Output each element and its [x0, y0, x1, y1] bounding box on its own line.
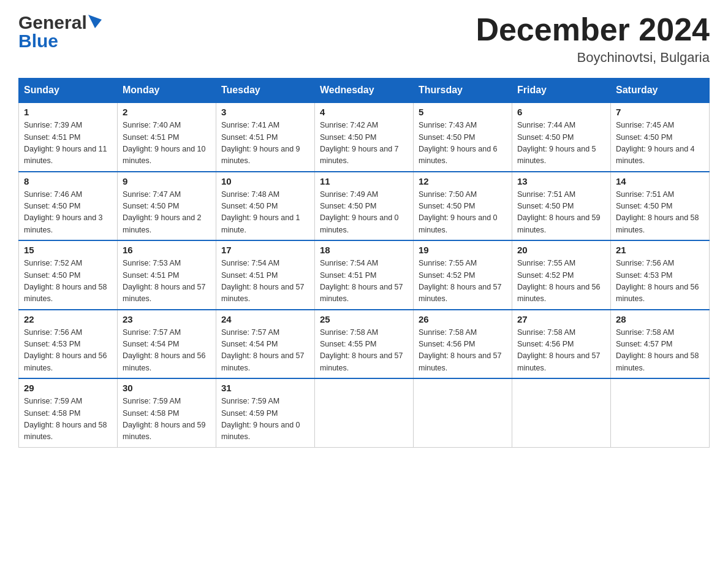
- day-cell-17: 17 Sunrise: 7:54 AM Sunset: 4:51 PM Dayl…: [216, 240, 315, 310]
- page-header: General Blue December 2024 Boychinovtsi,…: [18, 12, 710, 66]
- logo-triangle-icon: [88, 15, 102, 28]
- day-cell-21: 21 Sunrise: 7:56 AM Sunset: 4:53 PM Dayl…: [611, 240, 710, 310]
- day-cell-29: 29 Sunrise: 7:59 AM Sunset: 4:58 PM Dayl…: [19, 378, 118, 447]
- col-monday: Monday: [118, 79, 216, 103]
- day-info: Sunrise: 7:53 AM Sunset: 4:51 PM Dayligh…: [123, 258, 211, 305]
- day-info: Sunrise: 7:56 AM Sunset: 4:53 PM Dayligh…: [616, 258, 704, 305]
- day-cell-24: 24 Sunrise: 7:57 AM Sunset: 4:54 PM Dayl…: [216, 310, 315, 379]
- calendar-week-3: 15 Sunrise: 7:52 AM Sunset: 4:50 PM Dayl…: [19, 240, 710, 310]
- day-cell-6: 6 Sunrise: 7:44 AM Sunset: 4:50 PM Dayli…: [512, 102, 611, 172]
- day-number: 19: [419, 245, 507, 255]
- day-cell-31: 31 Sunrise: 7:59 AM Sunset: 4:59 PM Dayl…: [216, 378, 315, 447]
- day-number: 21: [616, 245, 704, 255]
- calendar-header-row: Sunday Monday Tuesday Wednesday Thursday…: [19, 79, 710, 103]
- day-cell-18: 18 Sunrise: 7:54 AM Sunset: 4:51 PM Dayl…: [315, 240, 414, 310]
- day-number: 29: [24, 383, 112, 393]
- day-info: Sunrise: 7:57 AM Sunset: 4:54 PM Dayligh…: [221, 327, 309, 375]
- day-number: 8: [24, 176, 112, 186]
- day-info: Sunrise: 7:54 AM Sunset: 4:51 PM Dayligh…: [320, 258, 408, 305]
- day-number: 27: [517, 314, 605, 324]
- month-title: December 2024: [476, 12, 710, 47]
- day-info: Sunrise: 7:42 AM Sunset: 4:50 PM Dayligh…: [320, 120, 408, 167]
- day-info: Sunrise: 7:51 AM Sunset: 4:50 PM Dayligh…: [517, 189, 605, 237]
- day-cell-22: 22 Sunrise: 7:56 AM Sunset: 4:53 PM Dayl…: [19, 310, 118, 379]
- day-info: Sunrise: 7:43 AM Sunset: 4:50 PM Dayligh…: [419, 120, 507, 167]
- day-info: Sunrise: 7:58 AM Sunset: 4:56 PM Dayligh…: [517, 327, 605, 375]
- day-cell-28: 28 Sunrise: 7:58 AM Sunset: 4:57 PM Dayl…: [611, 310, 710, 379]
- day-cell-1: 1 Sunrise: 7:39 AM Sunset: 4:51 PM Dayli…: [19, 102, 118, 172]
- logo-blue-text: Blue: [18, 31, 58, 52]
- day-cell-10: 10 Sunrise: 7:48 AM Sunset: 4:50 PM Dayl…: [216, 172, 315, 241]
- col-wednesday: Wednesday: [315, 79, 414, 103]
- day-info: Sunrise: 7:52 AM Sunset: 4:50 PM Dayligh…: [24, 258, 112, 305]
- empty-cell: [512, 378, 611, 447]
- day-info: Sunrise: 7:57 AM Sunset: 4:54 PM Dayligh…: [123, 327, 211, 375]
- col-friday: Friday: [512, 79, 611, 103]
- day-cell-2: 2 Sunrise: 7:40 AM Sunset: 4:51 PM Dayli…: [118, 102, 216, 172]
- day-cell-26: 26 Sunrise: 7:58 AM Sunset: 4:56 PM Dayl…: [414, 310, 512, 379]
- svg-marker-0: [88, 15, 102, 28]
- day-cell-14: 14 Sunrise: 7:51 AM Sunset: 4:50 PM Dayl…: [611, 172, 710, 241]
- day-cell-7: 7 Sunrise: 7:45 AM Sunset: 4:50 PM Dayli…: [611, 102, 710, 172]
- empty-cell: [315, 378, 414, 447]
- day-info: Sunrise: 7:41 AM Sunset: 4:51 PM Dayligh…: [221, 120, 309, 167]
- day-number: 18: [320, 245, 408, 255]
- day-number: 25: [320, 314, 408, 324]
- day-info: Sunrise: 7:44 AM Sunset: 4:50 PM Dayligh…: [517, 120, 605, 167]
- day-number: 28: [616, 314, 704, 324]
- day-info: Sunrise: 7:59 AM Sunset: 4:58 PM Dayligh…: [24, 396, 112, 443]
- day-number: 10: [221, 176, 309, 186]
- day-info: Sunrise: 7:58 AM Sunset: 4:57 PM Dayligh…: [616, 327, 704, 375]
- day-number: 31: [221, 383, 309, 393]
- calendar-week-2: 8 Sunrise: 7:46 AM Sunset: 4:50 PM Dayli…: [19, 172, 710, 241]
- day-info: Sunrise: 7:51 AM Sunset: 4:50 PM Dayligh…: [616, 189, 704, 237]
- day-info: Sunrise: 7:45 AM Sunset: 4:50 PM Dayligh…: [616, 120, 704, 167]
- day-cell-3: 3 Sunrise: 7:41 AM Sunset: 4:51 PM Dayli…: [216, 102, 315, 172]
- day-number: 23: [123, 314, 211, 324]
- calendar-table: Sunday Monday Tuesday Wednesday Thursday…: [18, 78, 710, 448]
- col-sunday: Sunday: [19, 79, 118, 103]
- calendar-week-4: 22 Sunrise: 7:56 AM Sunset: 4:53 PM Dayl…: [19, 310, 710, 379]
- day-number: 11: [320, 176, 408, 186]
- day-number: 15: [24, 245, 112, 255]
- calendar-week-5: 29 Sunrise: 7:59 AM Sunset: 4:58 PM Dayl…: [19, 378, 710, 447]
- day-number: 13: [517, 176, 605, 186]
- day-info: Sunrise: 7:46 AM Sunset: 4:50 PM Dayligh…: [24, 189, 112, 237]
- day-cell-20: 20 Sunrise: 7:55 AM Sunset: 4:52 PM Dayl…: [512, 240, 611, 310]
- empty-cell: [611, 378, 710, 447]
- day-cell-25: 25 Sunrise: 7:58 AM Sunset: 4:55 PM Dayl…: [315, 310, 414, 379]
- day-number: 17: [221, 245, 309, 255]
- day-info: Sunrise: 7:56 AM Sunset: 4:53 PM Dayligh…: [24, 327, 112, 375]
- col-thursday: Thursday: [414, 79, 512, 103]
- day-info: Sunrise: 7:49 AM Sunset: 4:50 PM Dayligh…: [320, 189, 408, 237]
- day-cell-30: 30 Sunrise: 7:59 AM Sunset: 4:58 PM Dayl…: [118, 378, 216, 447]
- location: Boychinovtsi, Bulgaria: [476, 50, 710, 66]
- col-saturday: Saturday: [611, 79, 710, 103]
- calendar-week-1: 1 Sunrise: 7:39 AM Sunset: 4:51 PM Dayli…: [19, 102, 710, 172]
- day-number: 4: [320, 107, 408, 117]
- day-number: 5: [419, 107, 507, 117]
- day-cell-11: 11 Sunrise: 7:49 AM Sunset: 4:50 PM Dayl…: [315, 172, 414, 241]
- day-number: 16: [123, 245, 211, 255]
- col-tuesday: Tuesday: [216, 79, 315, 103]
- day-cell-27: 27 Sunrise: 7:58 AM Sunset: 4:56 PM Dayl…: [512, 310, 611, 379]
- day-number: 22: [24, 314, 112, 324]
- day-cell-8: 8 Sunrise: 7:46 AM Sunset: 4:50 PM Dayli…: [19, 172, 118, 241]
- day-number: 9: [123, 176, 211, 186]
- day-cell-19: 19 Sunrise: 7:55 AM Sunset: 4:52 PM Dayl…: [414, 240, 512, 310]
- day-info: Sunrise: 7:55 AM Sunset: 4:52 PM Dayligh…: [517, 258, 605, 305]
- day-cell-15: 15 Sunrise: 7:52 AM Sunset: 4:50 PM Dayl…: [19, 240, 118, 310]
- day-info: Sunrise: 7:55 AM Sunset: 4:52 PM Dayligh…: [419, 258, 507, 305]
- day-info: Sunrise: 7:59 AM Sunset: 4:58 PM Dayligh…: [123, 396, 211, 443]
- title-section: December 2024 Boychinovtsi, Bulgaria: [476, 12, 710, 66]
- day-info: Sunrise: 7:39 AM Sunset: 4:51 PM Dayligh…: [24, 120, 112, 167]
- day-number: 6: [517, 107, 605, 117]
- day-info: Sunrise: 7:40 AM Sunset: 4:51 PM Dayligh…: [123, 120, 211, 167]
- day-number: 7: [616, 107, 704, 117]
- day-cell-16: 16 Sunrise: 7:53 AM Sunset: 4:51 PM Dayl…: [118, 240, 216, 310]
- day-number: 26: [419, 314, 507, 324]
- day-number: 1: [24, 107, 112, 117]
- day-cell-4: 4 Sunrise: 7:42 AM Sunset: 4:50 PM Dayli…: [315, 102, 414, 172]
- empty-cell: [414, 378, 512, 447]
- day-info: Sunrise: 7:47 AM Sunset: 4:50 PM Dayligh…: [123, 189, 211, 237]
